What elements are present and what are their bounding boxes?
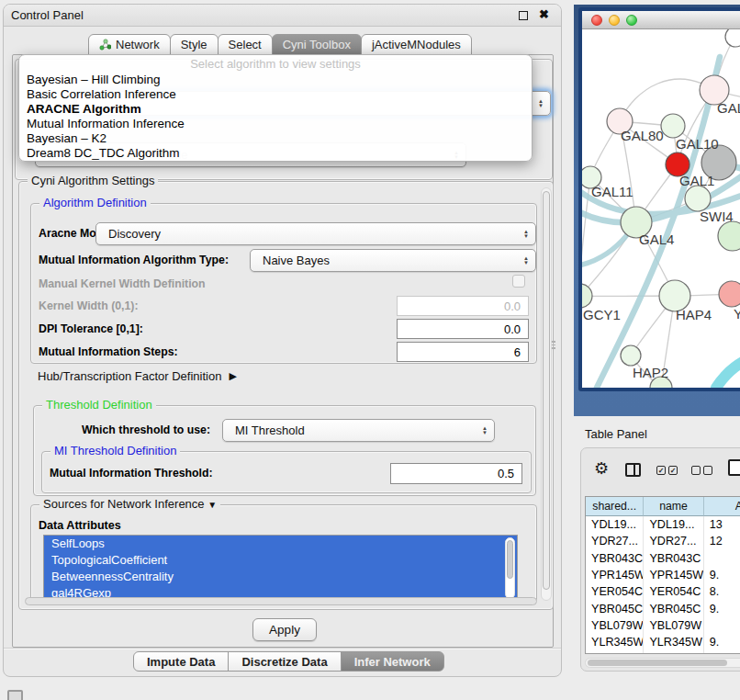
dpi-tolerance-field[interactable]: 0.0 — [397, 319, 529, 339]
which-threshold-combobox[interactable]: MI Threshold ▲▼ — [222, 419, 495, 442]
node-label: GAL1 — [679, 173, 714, 188]
tab-network[interactable]: Network — [88, 34, 171, 55]
algorithm-option-dream8-dc-tdc-algorithm[interactable]: Dream8 DC_TDC Algorithm — [19, 146, 532, 161]
unchecked-box-icon — [691, 466, 701, 475]
unchecked-box-icon — [703, 466, 712, 475]
table-row[interactable]: YBL079WYBL079W — [586, 617, 740, 634]
tab-cyni-toolbox[interactable]: Cyni Toolbox — [272, 34, 362, 55]
columns-icon[interactable] — [625, 463, 641, 477]
zoom-traffic-light-icon[interactable] — [626, 15, 637, 26]
table-cell: 12 — [704, 533, 740, 549]
control-panel-tabbar: NetworkStyleSelectCyni ToolboxjActiveMNo… — [88, 34, 471, 55]
tab-jactivemnodules[interactable]: jActiveMNodules — [361, 34, 472, 55]
mi-threshold-field[interactable]: 0.5 — [390, 463, 522, 484]
column-header-shared[interactable]: shared... — [586, 497, 644, 516]
float-window-icon[interactable] — [519, 11, 528, 20]
data-attribute-item-selfloops[interactable]: SelfLoops — [44, 536, 517, 552]
table-cell: YER054C — [644, 583, 703, 600]
aracne-mode-value: Discovery — [108, 227, 161, 241]
expanded-arrow-icon[interactable]: ▼ — [207, 500, 217, 510]
tab-discretize-data[interactable]: Discretize Data — [228, 651, 341, 672]
data-attribute-item-betweennesscentrality[interactable]: BetweennessCentrality — [44, 569, 517, 585]
network-window[interactable]: GAL GAL80 GAL10 GAL1 GAL11 GAL4 SWI4 GCY… — [578, 7, 740, 391]
mi-steps-field[interactable]: 6 — [397, 342, 529, 362]
column-header-name[interactable]: name — [644, 497, 703, 516]
table-cell: YBR043C — [644, 550, 703, 567]
node-label: GCY1 — [583, 307, 621, 322]
hub-tf-definition-toggle[interactable]: Hub/Transcription Factor Definition ▶ — [38, 369, 237, 383]
settings-vertical-scroll-thumb[interactable] — [543, 191, 550, 590]
tab-style[interactable]: Style — [170, 34, 219, 55]
tab-impute-data[interactable]: Impute Data — [133, 651, 229, 672]
threshold-definition-title: Threshold Definition — [42, 398, 156, 412]
table-panel-title: Table Panel — [585, 427, 647, 441]
table-row[interactable]: YDL19...YDL19...13 — [586, 516, 740, 533]
settings-group-title: Cyni Algorithm Settings — [28, 174, 158, 187]
table-row[interactable]: YDR27...YDR27...12 — [586, 533, 740, 549]
table-horizontal-scrollbar[interactable] — [585, 658, 740, 668]
manual-kernel-label: Manual Kernel Width Definition — [39, 277, 206, 290]
table-cell: YIL052C — [586, 650, 644, 654]
document-icon[interactable] — [728, 459, 740, 476]
table-cell: YPR145W — [644, 567, 703, 583]
tab-select[interactable]: Select — [218, 34, 273, 55]
algorithm-option-basic-correlation-inference[interactable]: Basic Correlation Inference — [19, 87, 532, 102]
tab-infer-network[interactable]: Infer Network — [341, 651, 444, 672]
apply-button[interactable]: Apply — [252, 618, 317, 641]
algorithm-definition-title: Algorithm Definition — [39, 196, 151, 209]
aracne-mode-combobox[interactable]: Discovery ▲▼ — [95, 222, 536, 245]
table-row[interactable]: YPR145WYPR145W9. — [586, 567, 740, 583]
bottom-tabbar: Impute DataDiscretize DataInfer Network — [134, 651, 444, 672]
table-cell — [704, 617, 740, 634]
table-row[interactable]: YLR345WYLR345W9. — [586, 634, 740, 650]
algorithm-option-bayesian-k2[interactable]: Bayesian – K2 — [19, 131, 532, 146]
panel-title: Control Panel — [11, 8, 84, 22]
algorithm-option-bayesian-hill-climbing[interactable]: Bayesian – Hill Climbing — [19, 73, 532, 87]
table-horizontal-scroll-thumb[interactable] — [588, 660, 727, 666]
spinner-icon: ▲▼ — [538, 99, 550, 108]
table-cell: YBL079W — [586, 617, 644, 634]
network-window-titlebar[interactable] — [582, 11, 740, 29]
algorithm-option-mutual-information-inference[interactable]: Mutual Information Inference — [19, 117, 532, 131]
gear-icon[interactable]: ⚙ — [594, 460, 609, 477]
table-row[interactable]: YBR043CYBR043C — [586, 550, 740, 567]
network-canvas[interactable]: GAL GAL80 GAL10 GAL1 GAL11 GAL4 SWI4 GCY… — [582, 29, 740, 388]
panel-resize-grip[interactable] — [552, 341, 556, 352]
select-all-columns-icon[interactable]: ✓ ✓ — [656, 466, 678, 475]
tab-label: Style — [181, 38, 207, 51]
node-label: HAP4 — [676, 307, 712, 322]
tab-label: Select — [229, 38, 262, 51]
minimize-traffic-light-icon[interactable] — [609, 15, 620, 26]
network-desktop: GAL GAL80 GAL10 GAL1 GAL11 GAL4 SWI4 GCY… — [574, 5, 740, 416]
bottom-left-widget-fragment[interactable] — [7, 690, 23, 700]
table-body: YDL19...YDL19...13YDR27...YDR27...12YBR0… — [586, 516, 740, 654]
close-traffic-light-icon[interactable] — [591, 15, 602, 26]
settings-horizontal-scroll-thumb[interactable] — [25, 597, 537, 605]
column-header-a[interactable]: A — [704, 497, 740, 516]
attr-list-scroll-thumb[interactable] — [507, 540, 513, 579]
node-label: Y — [734, 306, 740, 322]
mi-algorithm-type-combobox[interactable]: Naive Bayes ▲▼ — [250, 249, 536, 272]
data-attribute-item-topologicalcoefficient[interactable]: TopologicalCoefficient — [44, 552, 517, 569]
table-row[interactable]: YIL052CYIL052C9 — [586, 650, 740, 654]
popup-prompt: Select algorithm to view settings — [19, 57, 532, 73]
table-cell: YDR27... — [644, 533, 703, 549]
table-row[interactable]: YBR045CYBR045C9. — [586, 600, 740, 616]
kernel-width-field[interactable]: 0.0 — [397, 296, 529, 316]
manual-kernel-checkbox[interactable] — [512, 275, 525, 288]
table-cell: YBL079W — [644, 617, 703, 634]
table-cell: YBR043C — [586, 550, 644, 567]
settings-vertical-scrollbar[interactable] — [541, 187, 552, 601]
close-icon[interactable]: ✖ — [539, 7, 549, 21]
control-panel-titlebar: Control Panel ✖ — [4, 5, 561, 27]
mi-type-value: Naive Bayes — [263, 254, 330, 267]
node-table[interactable]: shared...nameA YDL19...YDL19...13YDR27..… — [585, 496, 740, 654]
attr-list-scrollbar[interactable] — [505, 537, 515, 599]
data-attributes-list[interactable]: SelfLoopsTopologicalCoefficientBetweenne… — [43, 535, 518, 602]
deselect-all-columns-icon[interactable] — [691, 466, 712, 475]
spinner-icon: ▲▼ — [482, 426, 494, 435]
table-row[interactable]: YER054CYER054C8. — [586, 583, 740, 600]
table-cell — [704, 550, 740, 567]
algorithm-option-aracne-algorithm[interactable]: ARACNE Algorithm — [19, 102, 532, 117]
table-cell: YLR345W — [586, 634, 644, 650]
